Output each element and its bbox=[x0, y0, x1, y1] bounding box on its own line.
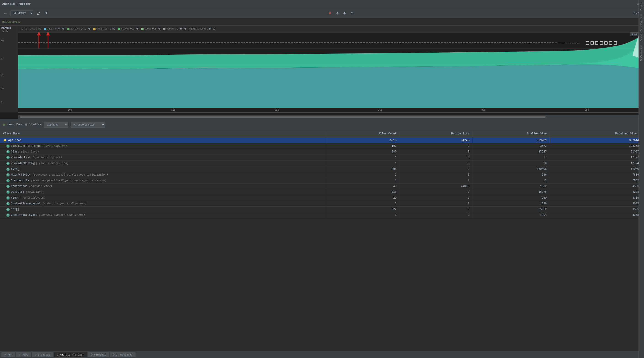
table-row[interactable]: CProviderConfig[] (sun.security.jca)1028… bbox=[0, 160, 644, 166]
heap-dump-label: Heap Dump @ 38s47ms bbox=[7, 123, 41, 126]
cell-retained: 3326143 bbox=[550, 138, 644, 143]
scrollbar-thumb[interactable] bbox=[20, 116, 546, 118]
cell-alloc: 1 bbox=[327, 155, 400, 160]
class-type-icon: C bbox=[6, 214, 10, 217]
profiler-mode-select[interactable]: MEMORY CPU NETWORK bbox=[10, 10, 33, 16]
col-retained[interactable]: Retained Size ▼ bbox=[550, 130, 644, 138]
device-file-label[interactable]: Device File Explorer bbox=[640, 12, 643, 43]
cell-alloc: 43 bbox=[327, 184, 400, 189]
back-button[interactable]: ← bbox=[2, 10, 9, 16]
app-title: Android Profiler bbox=[2, 2, 31, 6]
tab-terminal[interactable]: ⊙ Terminal bbox=[88, 352, 109, 357]
tab-profiler[interactable]: ⊙ Android Profiler bbox=[54, 352, 87, 357]
cell-native: 0 bbox=[400, 206, 472, 212]
cell-alloc: 2 bbox=[327, 201, 400, 206]
time-10s: 10s bbox=[18, 109, 122, 111]
adb-label[interactable]: AdbCommander bbox=[640, 43, 643, 63]
cell-shallow: 1336 bbox=[472, 201, 550, 206]
tab-run[interactable]: ▶ Run bbox=[1, 352, 15, 357]
cell-native: 0 bbox=[400, 195, 472, 201]
cell-native: 51242 bbox=[400, 138, 472, 143]
cell-native: 0 bbox=[400, 160, 472, 166]
stat-stack: Stack: 0.3 MB bbox=[118, 28, 138, 30]
cell-native: 0 bbox=[400, 166, 472, 172]
close-button[interactable]: ✕ bbox=[327, 10, 333, 16]
table-row[interactable]: CObject[] (java.lang)31801627642336 bbox=[0, 189, 644, 195]
cell-alloc: 2 bbox=[327, 212, 400, 218]
class-name-text: ContentFrameLayout bbox=[11, 202, 42, 205]
class-name-text: byte[] bbox=[11, 168, 21, 171]
heap-table-container[interactable]: Class Name Alloc Count Native Size Shall… bbox=[0, 130, 644, 351]
cell-classname: CConstraintLayout (android.support.const… bbox=[0, 212, 327, 218]
live-label: Live bbox=[632, 12, 639, 15]
arrange-select[interactable]: Arrange by class Arrange by package Arra… bbox=[70, 122, 105, 128]
table-row[interactable]: 📁 app heap5515512423392893326143 bbox=[0, 138, 644, 143]
chart-canvas[interactable]: Dump (7 bbox=[18, 32, 644, 112]
col-native[interactable]: Native Size bbox=[400, 130, 472, 138]
class-type-icon: C bbox=[6, 173, 10, 176]
cell-retained: 78396 bbox=[550, 172, 644, 178]
delete-button[interactable]: 🗑 bbox=[35, 10, 42, 16]
chart-scrollbar[interactable] bbox=[18, 115, 638, 119]
cell-shallow: 339289 bbox=[472, 138, 550, 143]
zoom-in-button[interactable]: ⊕ bbox=[342, 10, 347, 16]
cell-classname: Cint[] bbox=[0, 206, 327, 212]
cell-alloc: 522 bbox=[327, 206, 400, 212]
class-type-icon: C bbox=[6, 156, 10, 159]
class-type-icon: C bbox=[6, 185, 10, 188]
table-row[interactable]: CView[] (android.view)20096037154 bbox=[0, 195, 644, 201]
class-name-text: int[] bbox=[11, 208, 19, 211]
cell-native: 0 bbox=[400, 212, 472, 218]
cell-alloc: 1 bbox=[327, 178, 400, 184]
heap-table: Class Name Alloc Count Native Size Shall… bbox=[0, 130, 644, 218]
memory-scale: 40 MB bbox=[1, 30, 17, 32]
stat-others: Others: 0.56 MB bbox=[163, 28, 186, 30]
cell-alloc: 318 bbox=[327, 189, 400, 195]
table-row[interactable]: CCommonUtils (sven.com.practise32_perfor… bbox=[0, 178, 644, 184]
col-alloc[interactable]: Alloc Count bbox=[327, 130, 400, 138]
col-classname[interactable]: Class Name bbox=[0, 130, 327, 138]
table-row[interactable]: CRenderNode (android.view)43440321032450… bbox=[0, 184, 644, 189]
export-button[interactable]: ⬆ bbox=[44, 10, 49, 16]
table-row[interactable]: CProviderList (sun.security.jca)10171279… bbox=[0, 155, 644, 160]
heap-select[interactable]: app heap image heap zygote heap bbox=[44, 122, 68, 128]
cell-retained: 110506 bbox=[550, 166, 644, 172]
table-row[interactable]: Cint[] 52203595235952 bbox=[0, 206, 644, 212]
col-shallow[interactable]: Shallow Size bbox=[472, 130, 550, 138]
cell-classname: CView[] (android.view) bbox=[0, 195, 327, 201]
right-panel: Gradle Device File Explorer AdbCommander bbox=[638, 0, 644, 358]
table-row[interactable]: CClass (java.lang)245037527210974 bbox=[0, 149, 644, 155]
class-type-icon: C bbox=[6, 144, 10, 148]
table-row[interactable]: CContentFrameLayout (android.support.v7.… bbox=[0, 201, 644, 206]
class-type-icon: C bbox=[6, 208, 10, 211]
zoom-out-button[interactable]: ⊖ bbox=[334, 10, 340, 16]
memory-stats-bar: Total: 29.29 MB Java: 4.74 MB Native: 14… bbox=[18, 26, 644, 32]
cell-alloc: 245 bbox=[327, 149, 400, 155]
class-name-text: RenderNode bbox=[11, 185, 29, 188]
cell-classname: CRenderNode (android.view) bbox=[0, 184, 327, 189]
memory-title-area: MEMORY 40 MB 40 32 24 16 8 bbox=[0, 26, 18, 112]
y-label-16: 16 bbox=[1, 87, 4, 90]
class-name-text: ProviderConfig[] bbox=[11, 162, 39, 165]
cell-classname: CProviderConfig[] (sun.security.jca) bbox=[0, 160, 327, 166]
table-row[interactable]: CConstraintLayout (android.support.const… bbox=[0, 212, 644, 218]
zoom-fit-button[interactable]: ⊙ bbox=[349, 10, 355, 16]
class-name-text: app heap bbox=[8, 139, 22, 142]
cell-retained: 127940 bbox=[550, 160, 644, 166]
table-row[interactable]: CMainActivity (sven.com.practise32_perfo… bbox=[0, 172, 644, 178]
class-name-text: View[] bbox=[11, 196, 22, 200]
table-row[interactable]: CFinalizerReference (java.lang.ref)10203… bbox=[0, 143, 644, 149]
cell-classname: CCommonUtils (sven.com.practise32_perfor… bbox=[0, 178, 327, 184]
table-row[interactable]: Cbyte[] 9050110506110506 bbox=[0, 166, 644, 172]
tab-todo[interactable]: ⊙ TODO bbox=[16, 352, 31, 357]
memory-chart-section: MainActivity MEMORY 40 MB 40 32 24 16 8 … bbox=[0, 18, 644, 119]
stat-native: Native: 14.1 MB bbox=[67, 28, 90, 30]
time-15s: 15s bbox=[122, 109, 225, 111]
cell-classname: CMainActivity (sven.com.practise32_perfo… bbox=[0, 172, 327, 178]
cell-alloc: 2 bbox=[327, 172, 400, 178]
tab-messages[interactable]: ⊙ 0: Messages bbox=[110, 352, 136, 357]
cell-classname: 📁 app heap bbox=[0, 138, 327, 143]
cell-alloc: 5515 bbox=[327, 138, 400, 143]
gradle-label[interactable]: Gradle bbox=[640, 0, 643, 12]
tab-logcat[interactable]: ⊙ S-Logcat bbox=[32, 352, 53, 357]
